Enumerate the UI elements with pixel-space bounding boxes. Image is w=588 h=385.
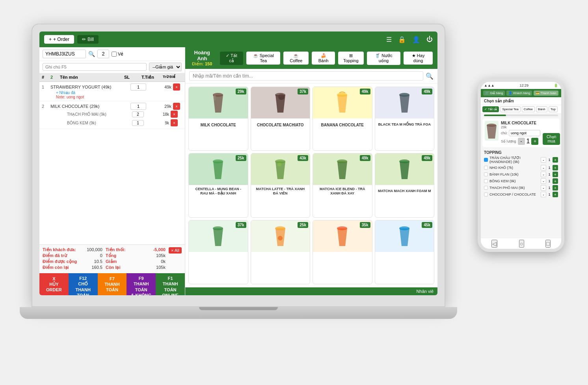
- phone-cat-all[interactable]: ✓ Tất cả: [482, 106, 499, 112]
- phone-qty-plus-btn[interactable]: +: [531, 138, 538, 145]
- clear-all-btn[interactable]: × All: [169, 247, 182, 254]
- phone-recents-btn[interactable]: □: [545, 240, 550, 248]
- svg-point-6: [213, 159, 223, 163]
- cat-hay-dung-btn[interactable]: ★ Hay dùng: [404, 52, 433, 65]
- item-name-12: [375, 252, 434, 265]
- cat-nuoc-uong-btn[interactable]: 🥤 Nước uống: [367, 52, 400, 65]
- topping-1-qty-input[interactable]: [132, 111, 144, 117]
- phone-topping-4-minus[interactable]: -: [541, 178, 546, 184]
- item-1-delete-btn[interactable]: ×: [173, 83, 180, 91]
- phone-qty-minus-btn[interactable]: -: [518, 138, 525, 145]
- menu-item-centella[interactable]: 25k CENTELLA - MUNG BEAN - RAU MÁ - ĐẬU …: [188, 153, 248, 217]
- menu-item-9[interactable]: 37k: [188, 220, 248, 284]
- bill-tab-btn[interactable]: ✏ Bill: [77, 35, 99, 44]
- phone-topping-1-minus[interactable]: -: [541, 157, 546, 163]
- order-tab-btn[interactable]: + + Order: [44, 35, 74, 44]
- phone-topping-5-checkbox[interactable]: [484, 186, 488, 190]
- phone-topping-4-qty-ctrl: - 1 +: [541, 178, 558, 184]
- table-number-input[interactable]: [97, 50, 109, 58]
- menu-item-banana-choc-img: 49k: [313, 87, 372, 118]
- menu-item-milk-choc[interactable]: 29k MILK CHOCOLATE: [188, 87, 248, 151]
- topping-2-delete-btn[interactable]: ×: [171, 119, 178, 126]
- menu-item-banana-choc[interactable]: 49k BANANA CHOCOLATE: [313, 87, 372, 151]
- pay-online-btn[interactable]: F1THANH TOÁNONLINE: [156, 273, 185, 295]
- hold-payment-btn[interactable]: F12CHỐ THANHTOÁN: [69, 273, 98, 295]
- item-name-banana-choc: BANANA CHOCOLATE: [313, 118, 372, 131]
- menu-item-11[interactable]: 35k: [313, 220, 372, 284]
- menu-item-choc-machiato[interactable]: 37k CHOCOLATE MACHIATO: [251, 87, 311, 151]
- phone-add-to-cart-btn[interactable]: Chọn mua: [543, 133, 560, 145]
- phone-topping-3-checkbox[interactable]: [484, 172, 488, 176]
- phone-topping-2-plus[interactable]: +: [553, 165, 558, 170]
- item-2-qty-input[interactable]: [130, 103, 146, 110]
- phone-cat-banh[interactable]: Bánh: [536, 106, 547, 112]
- points-deducted-value: 0: [100, 253, 102, 258]
- svg-point-15: [399, 226, 409, 230]
- search-button[interactable]: 🔍: [88, 51, 95, 57]
- cash-value: 100,000: [87, 247, 102, 252]
- pay-no-print-btn[interactable]: F9THANH TOÁN& KHÔNG IN: [127, 273, 156, 295]
- phone-topping-5-plus[interactable]: +: [553, 185, 558, 191]
- phone-topping-2-minus[interactable]: -: [541, 165, 546, 170]
- cancel-order-btn[interactable]: XHỦYORDER: [39, 273, 69, 295]
- item-name-9: [189, 252, 248, 265]
- phone-topping-4-plus[interactable]: +: [553, 178, 558, 184]
- menu-item-black-tea[interactable]: 49k BLACK TEA M HỒNG TRÀ FOA: [375, 87, 435, 151]
- phone-topping-6-plus[interactable]: +: [553, 192, 558, 197]
- pay-btn[interactable]: F7THANH TOÁN: [98, 273, 127, 295]
- item-1-qty-input[interactable]: [130, 83, 146, 91]
- phone-topping-4-checkbox[interactable]: [484, 179, 488, 183]
- order-id-input[interactable]: [43, 50, 86, 58]
- phone-topping-5-minus[interactable]: -: [541, 185, 546, 191]
- search-icon[interactable]: 🔍: [426, 72, 434, 80]
- menu-item-matcha-foam[interactable]: 49k MATCHA MACH XANH FOAM M: [375, 153, 435, 217]
- cat-coffee-btn[interactable]: ☕ Coffee: [283, 52, 309, 65]
- topping-2-qty-input[interactable]: [132, 120, 144, 126]
- menu-item-matcha-latte[interactable]: 43k MATCHA LATTE - TRÀ XANH ĐÁ VIÊN: [251, 153, 311, 217]
- phone-note-row: chú:: [501, 130, 540, 136]
- phone-topping-1-checkbox[interactable]: [484, 158, 488, 162]
- cat-topping-btn[interactable]: ⊞ Topping: [338, 52, 364, 65]
- phone-topping-4-qty: 1: [547, 179, 552, 183]
- menu-search-input[interactable]: [189, 71, 423, 81]
- discount-select[interactable]: --Giảm giá: [149, 63, 182, 71]
- menu-item-milk-choc-img: 29k: [189, 87, 248, 118]
- topping-1-delete-btn[interactable]: ×: [171, 111, 178, 118]
- phone-tab-customer[interactable]: 👤 Khách hàng: [506, 91, 532, 96]
- menu-item-12[interactable]: 45k: [375, 220, 435, 284]
- table-checkbox[interactable]: [112, 52, 117, 57]
- phone-qty-label: Số lượng: [501, 139, 516, 143]
- phone-note-input[interactable]: [509, 130, 540, 136]
- item-2-delete-btn[interactable]: ×: [173, 103, 180, 110]
- phone-topping-3-plus[interactable]: +: [553, 172, 558, 177]
- item-price-25k-10: 25k: [298, 222, 308, 228]
- phone-back-btn[interactable]: ◁: [491, 240, 497, 248]
- phone-tab-payment[interactable]: 💳 Thanh toán: [534, 91, 558, 96]
- phone-cat-special[interactable]: Special Tea: [500, 106, 520, 112]
- phone-topping-3-minus[interactable]: -: [541, 172, 546, 177]
- cat-all-btn[interactable]: ✓ Tất cả: [220, 52, 244, 65]
- cat-banh-btn[interactable]: 🍰 Bánh: [312, 52, 335, 65]
- power-icon[interactable]: ⏻: [426, 36, 433, 43]
- phone-cat-coffee[interactable]: Coffee: [522, 106, 535, 112]
- phone-topping-6-checkbox[interactable]: [484, 192, 488, 196]
- menu-item-matcha-ice[interactable]: 49k MATCHA ICE BLEND - TRÀ XANH ĐÁ XAY: [313, 153, 372, 217]
- col-qty: SL: [124, 75, 140, 80]
- menu-item-10[interactable]: 25k: [251, 220, 311, 284]
- pencil-icon: ✏: [82, 37, 86, 42]
- phone-home-btn[interactable]: ○: [519, 240, 524, 248]
- lock-icon[interactable]: 🔒: [398, 36, 406, 43]
- note-input[interactable]: [43, 63, 147, 71]
- phone-topping-6: CHOCOCHIP / CHOCOLATE - 1 +: [484, 192, 558, 197]
- user-icon[interactable]: 👤: [412, 36, 420, 43]
- menu-item-centella-img: 25k: [189, 154, 248, 185]
- item-price-49k-banana: 49k: [360, 89, 370, 94]
- phone-topping-6-qty-ctrl: - 1 +: [541, 192, 558, 197]
- phone-tab-cart[interactable]: 🛒 Giỏ hàng: [483, 91, 505, 96]
- phone-topping-1-plus[interactable]: +: [553, 157, 558, 163]
- phone-topping-6-minus[interactable]: -: [541, 192, 546, 197]
- cat-special-tea-btn[interactable]: ☕ Special Tea: [246, 52, 280, 65]
- menu-icon[interactable]: ☰: [386, 36, 392, 43]
- phone-topping-2-checkbox[interactable]: [484, 166, 488, 170]
- phone-cat-top[interactable]: Top: [549, 106, 558, 112]
